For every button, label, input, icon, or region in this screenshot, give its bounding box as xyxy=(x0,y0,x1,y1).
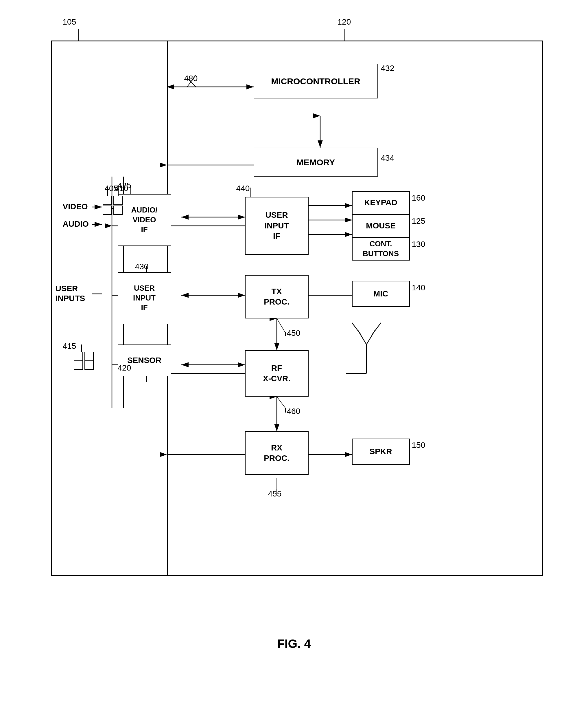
ref-125: 125 xyxy=(412,217,426,226)
ref-420: 420 xyxy=(118,363,131,372)
ref-432: 432 xyxy=(381,64,394,73)
rf-xcvr-block: RF X-CVR. xyxy=(245,350,309,396)
audio-label: AUDIO xyxy=(63,219,89,229)
user-input-if-430-block: USER INPUT IF xyxy=(118,272,171,324)
connector-415c xyxy=(85,352,94,361)
audio-video-if-block: AUDIO/ VIDEO IF xyxy=(118,194,171,246)
connector-415 xyxy=(74,352,83,361)
ref-440: 440 xyxy=(236,184,250,193)
connector-415d xyxy=(85,361,94,370)
tx-proc-block: TX PROC. xyxy=(245,275,309,319)
ref-415: 415 xyxy=(63,342,76,351)
memory-block: MEMORY xyxy=(254,148,378,177)
ref-140: 140 xyxy=(412,283,426,293)
ref-480-label: 480 xyxy=(184,74,198,83)
fig-caption: FIG. 4 xyxy=(277,637,311,651)
user-inputs-label: USER INPUTS xyxy=(55,284,85,303)
rx-proc-block: RX PROC. xyxy=(245,431,309,475)
ref-410: 410 xyxy=(115,184,129,193)
microcontroller-block: MICROCONTROLLER xyxy=(254,64,378,99)
keypad-block: KEYPAD xyxy=(352,191,410,214)
connector-405 xyxy=(103,196,112,205)
user-input-if-440-block: USER INPUT IF xyxy=(245,197,309,255)
ref-130: 130 xyxy=(412,240,426,249)
connector-410 xyxy=(113,196,122,205)
connector-415b xyxy=(74,361,83,370)
page: 105 120 xyxy=(0,0,588,711)
mouse-block: MOUSE xyxy=(352,214,410,237)
diagram-container: 105 120 xyxy=(34,17,555,625)
ref-150: 150 xyxy=(412,440,426,450)
ref-120: 120 xyxy=(338,17,351,27)
ref-455-label: 455 xyxy=(268,489,282,498)
mic-block: MIC xyxy=(352,281,410,307)
ref-105: 105 xyxy=(63,17,76,27)
ref-430: 430 xyxy=(135,262,149,271)
ref-450-label: 450 xyxy=(287,328,300,338)
cont-buttons-block: CONT. BUTTONS xyxy=(352,237,410,261)
spkr-block: SPKR xyxy=(352,438,410,465)
ref-460-label: 460 xyxy=(287,407,300,416)
ref-160: 160 xyxy=(412,193,426,203)
connector-410b xyxy=(113,206,122,215)
connector-405b xyxy=(103,206,112,215)
ref-434: 434 xyxy=(381,153,394,163)
video-label: VIDEO xyxy=(63,202,88,211)
